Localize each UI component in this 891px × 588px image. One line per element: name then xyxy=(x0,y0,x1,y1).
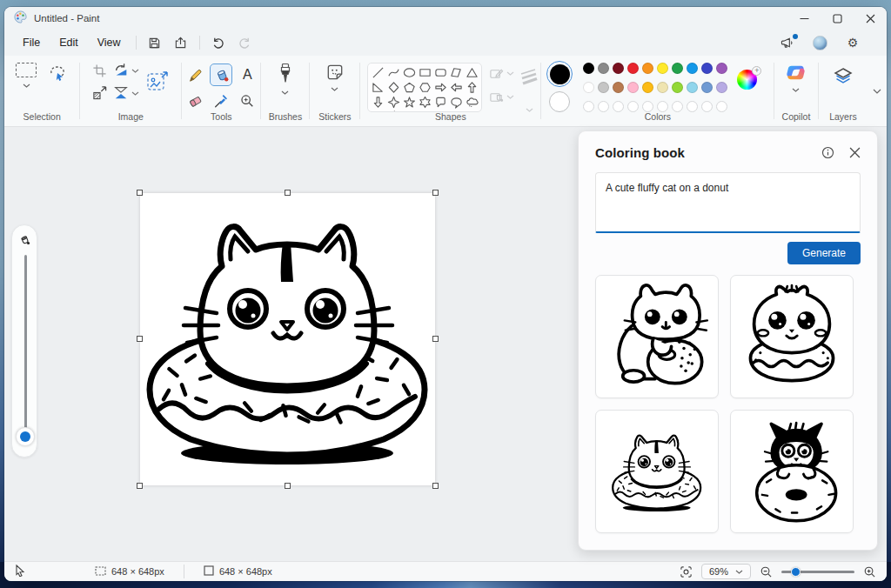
close-button[interactable] xyxy=(854,7,887,30)
announcements-icon[interactable] xyxy=(774,33,801,52)
color-swatch[interactable] xyxy=(687,63,698,74)
color-swatch[interactable] xyxy=(598,82,609,93)
copilot-dropdown-chevron-icon[interactable] xyxy=(792,88,800,92)
slider-thumb[interactable] xyxy=(16,427,35,446)
copilot-icon[interactable] xyxy=(786,63,806,83)
stickers-dropdown-chevron-icon[interactable] xyxy=(331,87,338,91)
menu-file[interactable]: File xyxy=(13,33,50,52)
layers-icon[interactable] xyxy=(833,66,854,87)
brushes-dropdown-chevron-icon[interactable] xyxy=(281,90,289,95)
shape-arrow-right-icon[interactable] xyxy=(432,80,448,95)
drawing-canvas[interactable] xyxy=(140,193,435,485)
shape-speech-bubble-cloud-icon[interactable] xyxy=(464,95,479,110)
menu-edit[interactable]: Edit xyxy=(50,33,88,52)
maximize-button[interactable] xyxy=(821,7,854,30)
shape-speech-bubble-oval-icon[interactable] xyxy=(448,95,464,110)
fill-tool-icon[interactable] xyxy=(210,63,232,86)
color-swatch[interactable] xyxy=(672,63,683,74)
shape-rectangle-icon[interactable] xyxy=(417,65,432,80)
rotate-dropdown-chevron-icon[interactable] xyxy=(131,69,139,73)
resize-handle-top-right[interactable] xyxy=(432,190,439,196)
share-icon[interactable] xyxy=(168,33,194,52)
color-swatch[interactable] xyxy=(672,82,683,93)
color-swatch[interactable] xyxy=(642,82,653,93)
brush-icon[interactable] xyxy=(277,63,294,85)
generated-thumbnail-2[interactable] xyxy=(730,275,854,398)
shape-pentagon-icon[interactable] xyxy=(401,80,417,95)
color-swatch[interactable] xyxy=(598,63,609,74)
shape-four-point-star-icon[interactable] xyxy=(385,95,401,110)
shape-curve-icon[interactable] xyxy=(385,65,401,80)
fit-to-window-icon[interactable] xyxy=(680,565,693,578)
menu-view[interactable]: View xyxy=(88,33,131,52)
image-properties-icon[interactable] xyxy=(145,70,170,94)
text-tool-icon[interactable]: A xyxy=(236,63,258,86)
flip-icon[interactable] xyxy=(113,85,129,101)
prompt-input[interactable]: A cute fluffy cat on a donut xyxy=(595,172,861,233)
rectangle-select-icon[interactable] xyxy=(16,63,37,77)
shape-hexagon-icon[interactable] xyxy=(417,80,432,95)
shape-six-point-star-icon[interactable] xyxy=(417,95,432,110)
resize-handle-bottom-right[interactable] xyxy=(432,483,439,489)
shape-oval-icon[interactable] xyxy=(401,65,417,80)
slider-track[interactable] xyxy=(24,255,27,432)
shape-size-option-icon[interactable] xyxy=(518,66,540,87)
color-swatch[interactable] xyxy=(657,82,668,93)
resize-handle-bottom-left[interactable] xyxy=(137,483,143,489)
crop-icon[interactable] xyxy=(92,63,107,78)
shape-speech-bubble-rounded-icon[interactable] xyxy=(432,95,448,110)
shape-fill-option-icon[interactable] xyxy=(489,90,504,104)
minimize-button[interactable] xyxy=(787,7,821,30)
background-color-swatch[interactable] xyxy=(549,91,570,112)
shape-five-point-star-icon[interactable] xyxy=(401,95,417,110)
zoom-in-icon[interactable] xyxy=(863,565,876,578)
resize-handle-right[interactable] xyxy=(432,336,439,342)
color-swatch[interactable] xyxy=(613,63,624,74)
flip-dropdown-chevron-icon[interactable] xyxy=(131,91,139,96)
resize-handle-top-left[interactable] xyxy=(137,190,143,196)
foreground-color-swatch[interactable] xyxy=(546,61,573,87)
eraser-tool-icon[interactable] xyxy=(184,90,206,112)
shape-arrow-up-icon[interactable] xyxy=(464,80,479,95)
save-icon[interactable] xyxy=(142,33,168,52)
settings-gear-icon[interactable]: ⚙ xyxy=(840,33,866,52)
shape-fill-chevron-icon[interactable] xyxy=(506,95,514,99)
color-swatch[interactable] xyxy=(657,63,668,74)
color-swatch[interactable] xyxy=(701,82,713,93)
selection-dropdown-chevron-icon[interactable] xyxy=(23,84,30,88)
shape-line-icon[interactable] xyxy=(370,65,385,80)
color-swatch[interactable] xyxy=(583,63,594,74)
undo-icon[interactable] xyxy=(205,33,231,52)
resize-handle-bottom[interactable] xyxy=(285,483,291,489)
free-form-select-icon[interactable] xyxy=(47,63,68,84)
redo-icon[interactable] xyxy=(231,33,258,52)
zoom-slider-thumb[interactable] xyxy=(791,567,801,577)
resize-handle-left[interactable] xyxy=(137,336,143,342)
color-swatch[interactable] xyxy=(642,63,653,74)
color-swatch[interactable] xyxy=(716,63,727,74)
generated-thumbnail-3[interactable] xyxy=(595,410,719,533)
shape-outline-option-icon[interactable] xyxy=(489,66,504,81)
color-swatch[interactable] xyxy=(701,63,713,74)
color-swatch[interactable] xyxy=(716,82,727,93)
zoom-out-icon[interactable] xyxy=(760,565,773,578)
color-swatch[interactable] xyxy=(687,82,698,93)
zoom-level-dropdown[interactable]: 69% xyxy=(701,564,751,579)
pencil-tool-icon[interactable] xyxy=(184,63,206,86)
info-icon[interactable] xyxy=(821,146,834,159)
ribbon-collapse-chevron-icon[interactable] xyxy=(873,89,881,94)
panel-close-icon[interactable] xyxy=(849,147,861,158)
color-swatch[interactable] xyxy=(583,82,594,93)
resize-icon[interactable] xyxy=(92,85,107,100)
color-picker-tool-icon[interactable] xyxy=(210,90,232,112)
shape-arrow-left-icon[interactable] xyxy=(448,80,464,95)
zoom-slider[interactable] xyxy=(781,566,854,577)
user-avatar[interactable] xyxy=(813,36,827,50)
shape-arrow-down-icon[interactable] xyxy=(370,95,385,110)
shape-polygon-icon[interactable] xyxy=(448,65,464,80)
color-swatch[interactable] xyxy=(627,63,639,74)
rotate-icon[interactable] xyxy=(113,63,129,78)
resize-handle-top[interactable] xyxy=(285,190,291,196)
generated-thumbnail-1[interactable] xyxy=(595,275,719,398)
color-swatch[interactable] xyxy=(627,82,639,93)
